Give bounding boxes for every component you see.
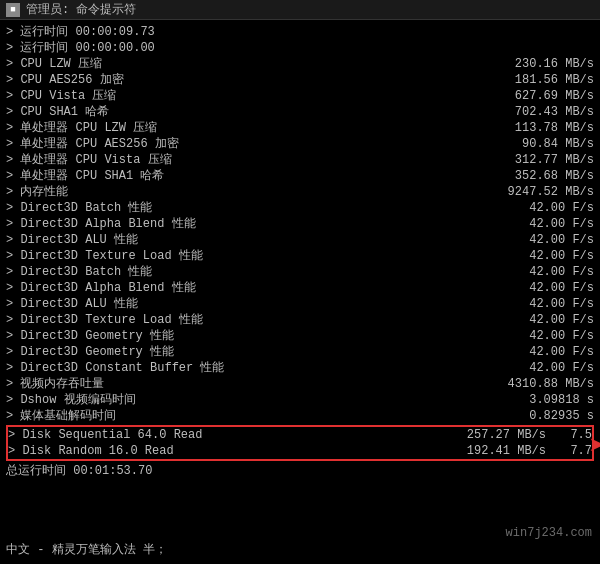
output-line: > 单处理器 CPU LZW 压缩113.78 MB/s (6, 120, 594, 136)
highlighted-output-line: > Disk Sequential 64.0 Read257.27 MB/s7.… (8, 427, 592, 443)
output-line: > CPU LZW 压缩230.16 MB/s (6, 56, 594, 72)
line-value: 42.00 F/s (474, 280, 594, 296)
output-line: > Direct3D Texture Load 性能42.00 F/s (6, 312, 594, 328)
line-label: > 单处理器 CPU Vista 压缩 (6, 152, 172, 168)
line-label: > Direct3D Texture Load 性能 (6, 248, 203, 264)
output-line: > Direct3D Batch 性能42.00 F/s (6, 264, 594, 280)
output-line: > Direct3D ALU 性能42.00 F/s (6, 296, 594, 312)
line-label: > Direct3D Batch 性能 (6, 264, 152, 280)
bottom-text: 中文 - 精灵万笔输入法 半； (6, 543, 167, 557)
line-label: > Direct3D Alpha Blend 性能 (6, 216, 196, 232)
output-line: > 运行时间 00:00:00.00 (6, 40, 594, 56)
output-line: > 单处理器 CPU AES256 加密90.84 MB/s (6, 136, 594, 152)
line-value: 627.69 MB/s (474, 88, 594, 104)
highlighted-line-score: 7.5 (562, 427, 592, 443)
line-label: > Direct3D Geometry 性能 (6, 328, 174, 344)
watermark: win7j234.com (506, 526, 592, 540)
output-line: > CPU SHA1 哈希702.43 MB/s (6, 104, 594, 120)
bottom-bar: 中文 - 精灵万笔输入法 半； (6, 541, 594, 558)
line-label: > Direct3D ALU 性能 (6, 296, 138, 312)
line-value: 702.43 MB/s (474, 104, 594, 120)
total-time-line: 总运行时间 00:01:53.70 (6, 463, 594, 479)
highlighted-line-score: 7.7 (562, 443, 592, 459)
line-label: > Direct3D ALU 性能 (6, 232, 138, 248)
line-value: 42.00 F/s (474, 232, 594, 248)
line-label: > Dshow 视频编码时间 (6, 392, 136, 408)
output-line: > Direct3D Texture Load 性能42.00 F/s (6, 248, 594, 264)
line-value: 42.00 F/s (474, 360, 594, 376)
output-line: > Direct3D Geometry 性能42.00 F/s (6, 328, 594, 344)
line-value: 9247.52 MB/s (474, 184, 594, 200)
output-line: > Direct3D Alpha Blend 性能42.00 F/s (6, 280, 594, 296)
highlighted-line-label: > Disk Sequential 64.0 Read (8, 427, 202, 443)
highlighted-line-values: 257.27 MB/s7.5 (467, 427, 592, 443)
title-bar-icon: ■ (6, 3, 20, 17)
output-line: > Direct3D ALU 性能42.00 F/s (6, 232, 594, 248)
output-line: > Direct3D Alpha Blend 性能42.00 F/s (6, 216, 594, 232)
highlighted-line-values: 192.41 MB/s7.7 (467, 443, 592, 459)
output-line: > CPU Vista 压缩627.69 MB/s (6, 88, 594, 104)
line-label: > 运行时间 00:00:09.73 (6, 24, 155, 40)
highlighted-line-value: 192.41 MB/s (467, 443, 546, 459)
line-label: > CPU Vista 压缩 (6, 88, 116, 104)
output-line: > Dshow 视频编码时间3.09818 s (6, 392, 594, 408)
output-line: > 运行时间 00:00:09.73 (6, 24, 594, 40)
line-value: 42.00 F/s (474, 216, 594, 232)
line-label: > 单处理器 CPU SHA1 哈希 (6, 168, 164, 184)
line-label: > Direct3D Geometry 性能 (6, 344, 174, 360)
line-value: 181.56 MB/s (474, 72, 594, 88)
line-value: 42.00 F/s (474, 248, 594, 264)
output-line: > 内存性能9247.52 MB/s (6, 184, 594, 200)
highlighted-line-label: > Disk Random 16.0 Read (8, 443, 174, 459)
line-label: > CPU LZW 压缩 (6, 56, 102, 72)
line-value: 3.09818 s (474, 392, 594, 408)
output-line: > 媒体基础解码时间0.82935 s (6, 408, 594, 424)
line-value: 113.78 MB/s (474, 120, 594, 136)
highlighted-line-value: 257.27 MB/s (467, 427, 546, 443)
line-value: 42.00 F/s (474, 312, 594, 328)
line-label: > Direct3D Texture Load 性能 (6, 312, 203, 328)
output-line: > Direct3D Batch 性能42.00 F/s (6, 200, 594, 216)
line-value: 42.00 F/s (474, 328, 594, 344)
title-bar: ■ 管理员: 命令提示符 (0, 0, 600, 20)
line-value: 0.82935 s (474, 408, 594, 424)
line-label: > 视频内存吞吐量 (6, 376, 104, 392)
title-bar-text: 管理员: 命令提示符 (26, 1, 136, 18)
line-label: > 单处理器 CPU LZW 压缩 (6, 120, 157, 136)
line-label: > CPU AES256 加密 (6, 72, 124, 88)
output-line: > 单处理器 CPU Vista 压缩312.77 MB/s (6, 152, 594, 168)
main-content: > 运行时间 00:00:09.73> 运行时间 00:00:00.00> CP… (0, 20, 600, 564)
line-value: 42.00 F/s (474, 296, 594, 312)
total-time-label: 总运行时间 00:01:53.70 (6, 463, 152, 479)
line-value: 90.84 MB/s (474, 136, 594, 152)
line-value: 42.00 F/s (474, 264, 594, 280)
line-label: > CPU SHA1 哈希 (6, 104, 109, 120)
output-line: > Direct3D Constant Buffer 性能42.00 F/s (6, 360, 594, 376)
line-label: > 媒体基础解码时间 (6, 408, 116, 424)
line-label: > Direct3D Alpha Blend 性能 (6, 280, 196, 296)
line-value: 312.77 MB/s (474, 152, 594, 168)
output-line: > Direct3D Geometry 性能42.00 F/s (6, 344, 594, 360)
line-value: 4310.88 MB/s (474, 376, 594, 392)
highlighted-output-line: > Disk Random 16.0 Read192.41 MB/s7.7 (8, 443, 592, 459)
output-line: > 单处理器 CPU SHA1 哈希352.68 MB/s (6, 168, 594, 184)
line-label: > 运行时间 00:00:00.00 (6, 40, 155, 56)
line-label: > 单处理器 CPU AES256 加密 (6, 136, 179, 152)
output-line: > 视频内存吞吐量4310.88 MB/s (6, 376, 594, 392)
line-value: 42.00 F/s (474, 344, 594, 360)
line-value: 352.68 MB/s (474, 168, 594, 184)
line-label: > Direct3D Batch 性能 (6, 200, 152, 216)
output-line: > CPU AES256 加密181.56 MB/s (6, 72, 594, 88)
line-value: 42.00 F/s (474, 200, 594, 216)
line-label: > Direct3D Constant Buffer 性能 (6, 360, 224, 376)
highlighted-section: > Disk Sequential 64.0 Read257.27 MB/s7.… (6, 425, 594, 461)
line-label: > 内存性能 (6, 184, 68, 200)
line-value: 230.16 MB/s (474, 56, 594, 72)
